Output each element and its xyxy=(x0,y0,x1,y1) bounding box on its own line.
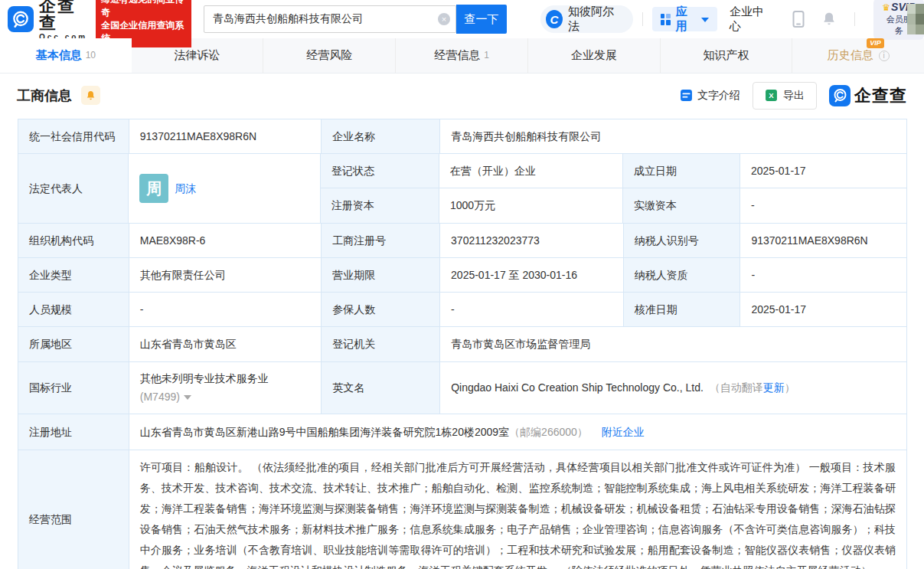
english-name-text: Qingdao Haixi Co Creation Ship Technolog… xyxy=(451,380,704,396)
credit-code-label: 统一社会信用代码 xyxy=(18,119,129,153)
slogan-line-1: 缔造有远见的商业传奇 xyxy=(101,0,186,19)
insured-count-value: - xyxy=(440,293,624,326)
export-button[interactable]: X 导出 xyxy=(753,82,817,110)
nested-cells: 登记状态 在营（开业）企业 成立日期 2025-01-17 注册资本 1000万… xyxy=(321,154,906,223)
text-intro-button[interactable]: 文字介绍 xyxy=(680,89,740,103)
qcc-logo-text: 企查查 xyxy=(854,84,907,107)
qcc-watermark-logo: 企查查 xyxy=(829,84,907,107)
legal-rep-value: 周 周沫 xyxy=(129,154,321,223)
table-row: 组织机构代码 MAE8X98R-6 工商注册号 370211232023773 … xyxy=(18,224,906,258)
taxpayer-quality-value: - xyxy=(740,258,906,292)
industry-value: 其他未列明专业技术服务业 (M7499) xyxy=(129,362,322,414)
apps-grid-icon xyxy=(661,14,671,25)
tab-basic-info[interactable]: 基本信息 10 xyxy=(0,38,132,73)
zhibi-alpha-button[interactable]: C 知彼阿尔法 xyxy=(540,5,633,33)
export-label: 导出 xyxy=(783,89,805,103)
bell-icon xyxy=(85,90,96,102)
bell-icon xyxy=(821,10,837,28)
document-icon xyxy=(680,89,693,102)
taxpayer-id-label: 纳税人识别号 xyxy=(624,224,741,257)
detail-tabbar: 基本信息 10 法律诉讼 经营风险 经营信息 1 企业发展 知识产权 历史信息 … xyxy=(0,38,924,74)
reg-no-label: 工商注册号 xyxy=(322,224,440,257)
search-bar: × 查一下 xyxy=(204,5,507,34)
zhibi-alpha-label: 知彼阿尔法 xyxy=(568,5,621,34)
brand-name-cn: 企查查 xyxy=(39,0,90,31)
qcc-swirl-icon xyxy=(11,9,31,29)
company-name-value: 青岛海西共创船舶科技有限公司 xyxy=(440,119,906,153)
address-value: 山东省青岛市黄岛区新港山路9号中国船舶集团海洋装备研究院1栋20楼2009室 （… xyxy=(129,414,906,450)
header-divider xyxy=(642,12,643,26)
table-subrow: 登记状态 在营（开业）企业 成立日期 2025-01-17 xyxy=(321,154,906,188)
scope-label: 经营范围 xyxy=(18,450,129,569)
top-header: 企查查 Qcc.com 缔造有远见的商业传奇 全国企业信用查询系统 × 查一下 … xyxy=(0,0,924,38)
tab-label: 经营风险 xyxy=(306,48,352,63)
svg-text:X: X xyxy=(769,91,774,100)
vip-badge: VIP xyxy=(867,38,884,48)
table-row: 企业类型 其他有限责任公司 营业期限 2025-01-17 至 2030-01-… xyxy=(18,258,906,293)
monitor-bell-button[interactable] xyxy=(81,86,100,105)
reg-status-value: 在营（开业）企业 xyxy=(439,154,623,188)
search-input[interactable] xyxy=(204,5,456,33)
mobile-app-button[interactable] xyxy=(792,10,805,28)
table-row: 法定代表人 周 周沫 登记状态 在营（开业）企业 成立日期 2025-01-17… xyxy=(18,154,906,224)
tab-history-info[interactable]: 历史信息 VIP i xyxy=(792,38,924,73)
taxpayer-id-value: 91370211MAE8X98R6N xyxy=(740,224,906,257)
zhibi-alpha-icon: C xyxy=(546,10,563,28)
tab-count: 10 xyxy=(86,50,96,60)
apps-menu-button[interactable]: 应用 xyxy=(652,7,718,31)
business-term-label: 营业期限 xyxy=(322,258,440,292)
industry-label: 国标行业 xyxy=(18,362,129,414)
legal-rep-avatar[interactable]: 周 xyxy=(139,174,168,203)
nearby-companies-link[interactable]: 附近企业 xyxy=(602,424,645,440)
text-intro-label: 文字介绍 xyxy=(697,89,740,103)
phone-icon xyxy=(792,10,805,28)
caret-down-icon xyxy=(701,18,709,22)
english-name-value: Qingdao Haixi Co Creation Ship Technolog… xyxy=(440,362,906,414)
scope-value: 许可项目：船舶设计。 （依法须经批准的项目，经相关部门批准后方可开展经营活动，具… xyxy=(129,450,906,569)
staff-size-value: - xyxy=(129,293,322,326)
registry-label: 登记机关 xyxy=(322,327,440,361)
industry-code[interactable]: (M7499) xyxy=(140,389,191,405)
legal-rep-link[interactable]: 周沫 xyxy=(175,181,196,197)
address-text: 山东省青岛市黄岛区新港山路9号中国船舶集团海洋装备研究院1栋20楼2009室 xyxy=(140,424,509,440)
tab-label: 企业发展 xyxy=(571,48,617,63)
paid-capital-value: - xyxy=(740,188,906,223)
registry-value: 青岛市黄岛区市场监督管理局 xyxy=(440,327,906,361)
establish-date-value: 2025-01-17 xyxy=(740,154,906,188)
tab-count: 1 xyxy=(484,50,489,60)
search-clear-icon[interactable]: × xyxy=(438,13,450,25)
region-label: 所属地区 xyxy=(18,327,129,361)
qcc-logo-icon[interactable] xyxy=(8,6,34,32)
brand-text[interactable]: 企查查 Qcc.com xyxy=(39,0,90,41)
tab-intellectual-property[interactable]: 知识产权 xyxy=(660,38,792,73)
tab-label: 经营信息 xyxy=(434,48,480,63)
tab-company-development[interactable]: 企业发展 xyxy=(527,38,660,73)
table-subrow: 注册资本 1000万元 实缴资本 - xyxy=(321,188,906,223)
reg-capital-value: 1000万元 xyxy=(439,188,623,223)
reg-no-value: 370211232023773 xyxy=(440,224,624,257)
insured-count-label: 参保人数 xyxy=(322,293,440,326)
tab-operational-risk[interactable]: 经营风险 xyxy=(263,38,395,73)
tab-business-info[interactable]: 经营信息 1 xyxy=(395,38,527,73)
table-row: 注册地址 山东省青岛市黄岛区新港山路9号中国船舶集团海洋装备研究院1栋20楼20… xyxy=(18,414,906,450)
table-row: 所属地区 山东省青岛市黄岛区 登记机关 青岛市黄岛区市场监督管理局 xyxy=(18,327,906,362)
tab-legal-litigation[interactable]: 法律诉讼 xyxy=(132,38,263,73)
approval-date-label: 核准日期 xyxy=(624,293,741,326)
tab-label: 法律诉讼 xyxy=(175,48,220,63)
chevron-down-icon xyxy=(184,395,191,400)
enterprise-center-link[interactable]: 企业中心 xyxy=(730,5,772,34)
org-code-label: 组织机构代码 xyxy=(18,224,129,257)
company-type-value: 其他有限责任公司 xyxy=(129,258,322,292)
translate-update-link[interactable]: 更新 xyxy=(763,381,785,394)
qcc-logo-icon xyxy=(829,85,851,106)
info-icon: i xyxy=(879,51,890,61)
header-divider xyxy=(854,12,855,26)
search-button[interactable]: 查一下 xyxy=(456,5,507,34)
paid-capital-label: 实缴资本 xyxy=(623,188,740,223)
reg-status-label: 登记状态 xyxy=(321,154,439,188)
section-actions: 文字介绍 X 导出 企查查 xyxy=(680,82,907,110)
section-header: 工商信息 文字介绍 X 导出 xyxy=(0,74,924,117)
staff-size-label: 人员规模 xyxy=(18,293,129,326)
notifications-button[interactable] xyxy=(821,10,837,28)
apps-label: 应用 xyxy=(676,5,696,34)
